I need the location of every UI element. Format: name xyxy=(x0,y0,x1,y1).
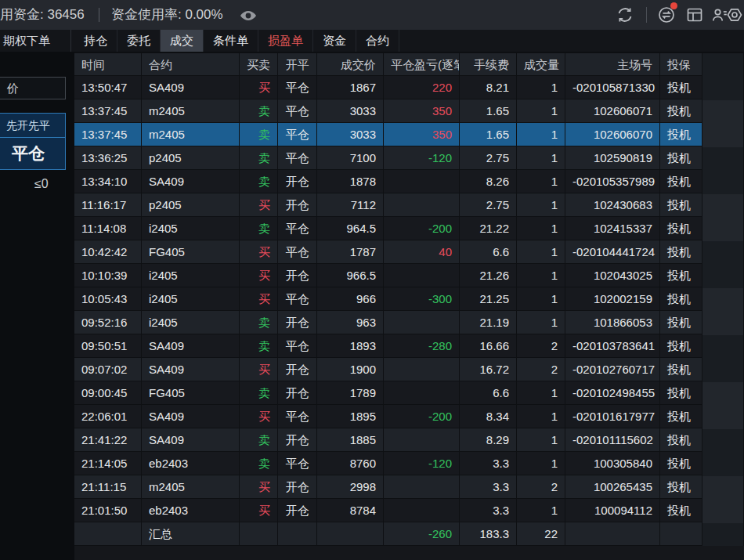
cell-side: 买 xyxy=(240,193,278,216)
refresh-icon[interactable] xyxy=(616,5,634,24)
column-header-fee[interactable]: 手续费 xyxy=(460,53,517,76)
column-header-pnl[interactable]: 平仓盈亏(逐笔 xyxy=(384,53,460,76)
cell-fee: 16.66 xyxy=(460,334,517,357)
cell-fee: 21.25 xyxy=(460,287,517,310)
cell-price: 1878 xyxy=(317,170,384,193)
cell-side: 卖 xyxy=(240,428,278,451)
cell-hedge: 投机 xyxy=(660,123,702,146)
notification-badge xyxy=(670,2,677,9)
tab-6[interactable]: 资金 xyxy=(313,30,356,52)
tab-list: 持仓委托成交条件单损盈单资金合约 xyxy=(74,30,399,52)
summary-row[interactable]: 汇总-260183.322 xyxy=(74,522,744,546)
close-position-button[interactable]: 先开先平 平仓 xyxy=(0,113,66,170)
cell-openclose: 开仓 xyxy=(278,381,317,404)
cell-contract: FG405 xyxy=(142,381,240,404)
cell-order_no: -020103783641 xyxy=(565,334,660,357)
cell-fee: 1.65 xyxy=(460,123,517,146)
cell-volume: 22 xyxy=(517,522,565,545)
cell-hedge: 投机 xyxy=(660,358,702,381)
cell-openclose: 开仓 xyxy=(278,499,317,522)
cell-fee: 2.75 xyxy=(460,193,517,216)
cell-time: 21:14:05 xyxy=(74,452,142,475)
cell-volume: 1 xyxy=(517,381,565,404)
table-row[interactable]: 09:07:02SA409买开仓190016.722-020102760717投… xyxy=(74,358,744,381)
column-header-side[interactable]: 买卖 xyxy=(240,53,278,76)
cell-hedge: 投机 xyxy=(660,287,702,310)
cell-time: 13:37:45 xyxy=(74,123,142,146)
table-row[interactable]: 10:42:42FG405买平仓1787406.61-020104441724投… xyxy=(74,240,744,264)
cell-pnl xyxy=(384,358,460,381)
eye-icon[interactable] xyxy=(239,7,258,26)
table-row[interactable]: 11:14:08i2405卖平仓964.5-20021.221102415337… xyxy=(74,217,744,240)
table-row[interactable]: 09:50:51SA409卖平仓1893-28016.662-020103783… xyxy=(74,334,744,358)
cell-order_no: 100305840 xyxy=(565,452,660,475)
cell-pnl xyxy=(384,499,460,522)
cell-volume: 1 xyxy=(517,499,565,522)
cell-price: 7100 xyxy=(317,146,384,169)
cell-fee: 2.75 xyxy=(460,146,517,169)
trades-table: 时间合约买卖开平成交价平仓盈亏(逐笔手续费成交量主场号投保 13:50:47SA… xyxy=(74,52,744,560)
column-header-openclose[interactable]: 开平 xyxy=(278,53,317,76)
table-row[interactable]: 13:37:45m2405卖平仓30333501.651102606071投机 xyxy=(74,99,744,123)
price-type-box[interactable]: 价 xyxy=(0,77,66,99)
topbar: 可用资金: 36456 资金使用率: 0.00% xyxy=(0,0,744,30)
column-header-price[interactable]: 成交价 xyxy=(317,53,384,76)
tab-7[interactable]: 合约 xyxy=(356,30,399,52)
cell-price: 1893 xyxy=(317,334,384,357)
cell-contract: p2405 xyxy=(142,146,240,169)
topbar-separator xyxy=(99,8,99,22)
column-header-volume[interactable]: 成交量 xyxy=(517,53,565,76)
cell-volume: 1 xyxy=(517,99,565,122)
column-header-contract[interactable]: 合约 xyxy=(142,53,240,76)
layout-icon[interactable] xyxy=(685,5,704,24)
cell-side: 卖 xyxy=(240,99,278,122)
sidebar: 价 先开先平 平仓 ≤0 xyxy=(0,52,74,560)
cell-hedge: 投机 xyxy=(660,499,702,522)
table-row[interactable]: 10:05:43i2405买平仓966-30021.251102002159投机 xyxy=(74,287,744,311)
cell-order_no: 101866053 xyxy=(565,311,660,334)
cell-price: 3033 xyxy=(317,123,384,146)
table-row[interactable]: 21:41:22SA409卖开仓18858.291-020101115602投机 xyxy=(74,428,744,452)
cell-openclose: 开仓 xyxy=(278,264,317,287)
table-row[interactable]: 21:11:15m2405买开仓29983.32100265435投机 xyxy=(74,475,744,499)
tab-2[interactable]: 委托 xyxy=(117,30,161,52)
cell-side: 卖 xyxy=(240,452,278,475)
table-row[interactable]: 13:36:25p2405卖平仓7100-1202.751102590819投机 xyxy=(74,146,744,170)
cell-volume: 1 xyxy=(517,452,565,475)
tab-5[interactable]: 损盈单 xyxy=(258,30,313,52)
settings-icon[interactable] xyxy=(725,5,744,24)
table-row[interactable]: 09:00:45FG405卖开仓17896.61-020102498455投机 xyxy=(74,381,744,405)
cell-pnl: 40 xyxy=(384,240,460,263)
column-header-order_no[interactable]: 主场号 xyxy=(565,53,660,76)
table-row[interactable]: 13:37:45m2405卖平仓30333501.651102606070投机 xyxy=(74,123,744,146)
cell-contract: i2405 xyxy=(142,217,240,240)
cell-price: 7112 xyxy=(317,193,384,216)
table-row[interactable]: 13:34:10SA409卖开仓18788.261-020105357989投机 xyxy=(74,170,744,193)
cell-price: 3033 xyxy=(317,99,384,122)
cell-contract: SA409 xyxy=(142,405,240,428)
table-row[interactable]: 13:50:47SA409买平仓18672208.211-02010587133… xyxy=(74,76,744,99)
close-position-label: 平仓 xyxy=(0,138,65,168)
cell-fee: 3.3 xyxy=(460,499,517,522)
column-header-time[interactable]: 时间 xyxy=(74,53,142,76)
cell-side: 卖 xyxy=(240,146,278,169)
table-row[interactable]: 21:14:05eb2403卖平仓8760-1203.31100305840投机 xyxy=(74,452,744,475)
cell-time: 13:50:47 xyxy=(74,76,142,99)
tab-4[interactable]: 条件单 xyxy=(204,30,258,52)
table-row[interactable]: 21:01:50eb2403买开仓87843.31100094112投机 xyxy=(74,499,744,522)
table-row[interactable]: 10:10:39i2405买开仓966.521.261102043025投机 xyxy=(74,264,744,287)
cell-volume: 1 xyxy=(517,123,565,146)
cell-order_no: -020105871330 xyxy=(565,76,660,99)
cell-side: 买 xyxy=(240,475,278,498)
table-row[interactable]: 22:06:01SA409买平仓1895-2008.341-0201016179… xyxy=(74,405,744,428)
table-row[interactable]: 09:52:16i2405卖开仓96321.191101866053投机 xyxy=(74,311,744,334)
column-header-hedge[interactable]: 投保 xyxy=(660,53,702,76)
tab-3[interactable]: 成交 xyxy=(161,30,204,52)
table-row[interactable]: 11:16:17p2405买开仓71122.751102430683投机 xyxy=(74,193,744,217)
cell-fee: 8.26 xyxy=(460,170,517,193)
fund-usage-label: 资金使用率: 0.00% xyxy=(111,0,223,30)
cell-hedge: 投机 xyxy=(660,170,702,193)
tab-1[interactable]: 持仓 xyxy=(74,30,117,52)
cell-pnl xyxy=(384,475,460,498)
cell-volume: 1 xyxy=(517,217,565,240)
